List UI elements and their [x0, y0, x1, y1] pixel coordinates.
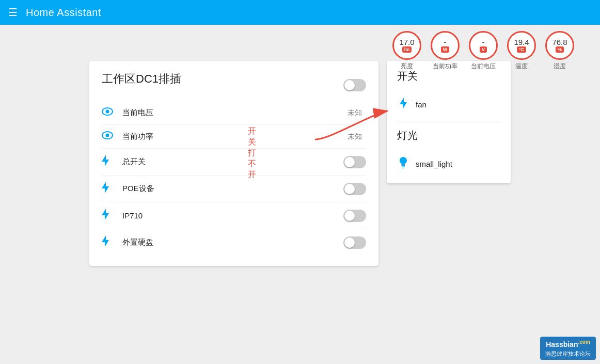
- bolt-icon-1: [102, 155, 116, 169]
- temp-value: 19.4: [514, 38, 529, 47]
- sidebar-divider: [397, 122, 500, 122]
- voltage-badge-label: 当前电压: [471, 62, 496, 71]
- device-card: 工作区DC1排插 当前电压 未知: [89, 61, 378, 266]
- watermark-site: Hassbian: [546, 340, 578, 349]
- ip710-label: IP710: [122, 211, 337, 220]
- humidity-value: 76.8: [552, 38, 567, 47]
- svg-point-1: [106, 110, 109, 114]
- eye-icon-2: [102, 131, 116, 142]
- sensor-voltage-circle: - V: [469, 31, 498, 60]
- svg-point-3: [106, 134, 109, 137]
- brightness-label: 亮度: [401, 62, 413, 71]
- hdd-toggle[interactable]: [343, 236, 366, 249]
- svg-marker-5: [102, 182, 109, 193]
- bolt-icon-2: [102, 182, 116, 196]
- temp-unit: °C: [517, 46, 526, 53]
- poe-toggle[interactable]: [343, 183, 366, 195]
- sensor-power: - W 当前功率: [431, 31, 460, 71]
- power-unit: W: [441, 46, 450, 53]
- power-badge-label: 当前功率: [433, 62, 457, 71]
- menu-icon[interactable]: ☰: [8, 6, 18, 19]
- hdd-slider: [343, 236, 366, 249]
- annotation-text: 开关打不开: [248, 126, 256, 180]
- bulb-icon: [397, 157, 409, 171]
- watermark: Hassbian.com 瀚思彼岸技术论坛: [540, 337, 596, 360]
- bolt-icon-sidebar: [397, 98, 409, 112]
- sensor-power-circle: - W: [431, 31, 460, 60]
- row-master-switch: 总开关: [102, 149, 366, 176]
- sensor-voltage: - V 当前电压: [469, 31, 498, 71]
- light-section-title: 灯光: [397, 129, 500, 147]
- humidity-label: 湿度: [554, 62, 566, 71]
- brightness-unit: lm: [402, 46, 412, 53]
- fan-label: fan: [416, 100, 427, 109]
- ip710-slider: [343, 210, 366, 222]
- ip710-toggle[interactable]: [343, 210, 366, 222]
- sensor-temp: 19.4 °C 温度: [507, 31, 536, 71]
- sensor-brightness: 17.0 lm 亮度: [392, 31, 421, 71]
- svg-marker-6: [102, 209, 109, 220]
- main-toggle[interactable]: [343, 79, 366, 91]
- sensors-container: 17.0 lm 亮度 - W 当前功率 - V 当前电压 19.4 °C 温度 …: [392, 31, 574, 71]
- master-switch-slider: [343, 156, 366, 168]
- svg-marker-8: [400, 98, 407, 109]
- temp-label: 温度: [515, 62, 528, 71]
- sensor-humidity-circle: 76.8 %: [545, 31, 574, 60]
- annotation-arrow: [310, 103, 392, 145]
- brightness-value: 17.0: [399, 38, 414, 47]
- svg-marker-4: [102, 155, 109, 166]
- master-switch-toggle[interactable]: [343, 156, 366, 168]
- hdd-label: 外置硬盘: [122, 238, 337, 247]
- eye-icon: [102, 107, 116, 118]
- sidebar-light-item: small_light: [397, 153, 500, 175]
- row-poe: POE设备: [102, 176, 366, 202]
- card-header-row: 工作区DC1排插: [102, 71, 366, 99]
- sensor-temp-circle: 19.4 °C: [507, 31, 536, 60]
- sidebar-fan-item: fan: [397, 93, 500, 116]
- row-ip710: IP710: [102, 202, 366, 229]
- svg-rect-9: [401, 165, 405, 166]
- master-switch-label: 总开关: [122, 157, 337, 167]
- watermark-title: Hassbian.com: [545, 339, 591, 350]
- app-header: ☰ Home Assistant: [0, 0, 600, 25]
- app-title: Home Assistant: [26, 7, 101, 19]
- switch-section-title: 开关: [397, 69, 500, 87]
- watermark-subtitle: 瀚思彼岸技术论坛: [545, 350, 591, 358]
- row-external-hdd: 外置硬盘: [102, 229, 366, 256]
- humidity-unit: %: [556, 46, 564, 53]
- power-label: 当前功率: [122, 132, 341, 141]
- main-content: 工作区DC1排插 当前电压 未知: [0, 25, 600, 364]
- bolt-icon-4: [102, 235, 116, 249]
- sensor-brightness-circle: 17.0 lm: [392, 31, 421, 60]
- bolt-icon-3: [102, 209, 116, 223]
- voltage-badge-value: -: [482, 38, 485, 47]
- card-title: 工作区DC1排插: [102, 71, 181, 91]
- svg-marker-7: [102, 235, 109, 247]
- watermark-com: .com: [578, 339, 590, 345]
- small-light-label: small_light: [416, 160, 452, 168]
- poe-label: POE设备: [122, 184, 337, 194]
- sensor-humidity: 76.8 % 湿度: [545, 31, 574, 71]
- svg-rect-11: [402, 168, 404, 168]
- poe-slider: [343, 183, 366, 195]
- svg-rect-10: [402, 167, 405, 168]
- power-badge-value: -: [444, 38, 447, 47]
- sidebar-card: 开关 fan 灯光 small_light: [387, 61, 511, 183]
- voltage-unit: V: [480, 46, 487, 53]
- main-toggle-slider: [343, 79, 366, 91]
- voltage-label: 当前电压: [122, 108, 341, 118]
